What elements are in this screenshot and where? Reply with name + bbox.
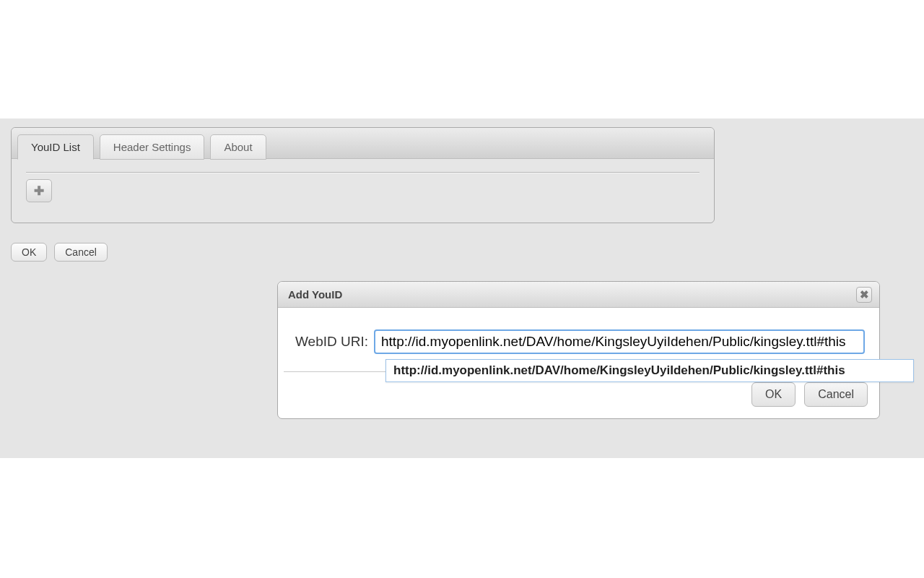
autocomplete-suggestion[interactable]: http://id.myopenlink.net/DAV/home/Kingsl… [385, 359, 914, 382]
tab-youid-list[interactable]: YouID List [17, 134, 94, 160]
webid-uri-label: WebID URI: [295, 334, 368, 350]
tab-label: Header Settings [113, 141, 191, 153]
add-youid-dialog: Add YouID ✖ WebID URI: OK Cancel [277, 281, 880, 419]
main-cancel-button[interactable]: Cancel [54, 243, 108, 262]
webid-uri-input[interactable] [374, 329, 865, 354]
button-label: OK [765, 388, 782, 400]
add-youid-button[interactable]: ✚ [26, 179, 52, 202]
main-ok-button[interactable]: OK [11, 243, 47, 262]
youid-settings-panel: YouID List Header Settings About ✚ [11, 127, 715, 223]
youid-list-content: ✚ [12, 158, 714, 223]
tabbar: YouID List Header Settings About [12, 128, 714, 159]
dialog-titlebar[interactable]: Add YouID ✖ [278, 282, 879, 308]
button-label: Cancel [65, 246, 97, 258]
close-icon: ✖ [860, 289, 869, 300]
tab-label: About [224, 141, 252, 153]
main-actions: OK Cancel [11, 243, 108, 262]
button-label: OK [22, 246, 36, 258]
tab-header-settings[interactable]: Header Settings [100, 134, 205, 160]
dialog-ok-button[interactable]: OK [751, 382, 796, 407]
tab-label: YouID List [31, 141, 80, 153]
button-label: Cancel [818, 388, 854, 400]
tab-about[interactable]: About [210, 134, 266, 160]
dialog-close-button[interactable]: ✖ [856, 287, 872, 303]
autocomplete-text: http://id.myopenlink.net/DAV/home/Kingsl… [393, 363, 845, 377]
dialog-cancel-button[interactable]: Cancel [804, 382, 868, 407]
plus-icon: ✚ [34, 185, 44, 197]
list-divider [26, 172, 699, 173]
dialog-title: Add YouID [288, 288, 342, 301]
